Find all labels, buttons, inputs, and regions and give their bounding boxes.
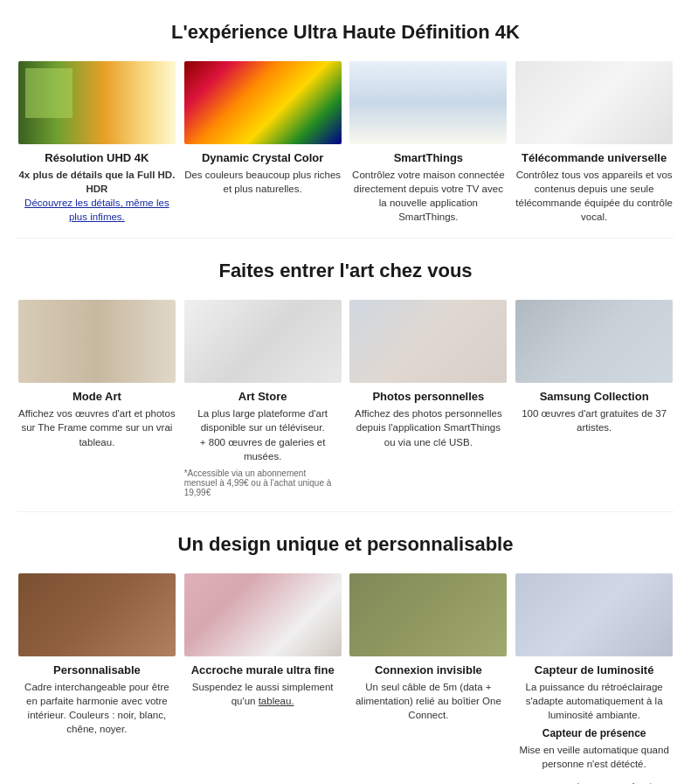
section1-features-grid: Résolution UHD 4K 4x plus de détails que… [17,61,674,224]
section-uhd: L'expérience Ultra Haute Définition 4K R… [0,0,691,238]
feature-uhd-desc-bold: 4x plus de détails que la Full HD. HDR [18,170,175,194]
feature-samsung-collection-title: Samsung Collection [515,390,673,403]
feature-smartthings-title: SmartThings [349,151,507,164]
feature-artstore: Art Store La plus large plateforme d'art… [184,300,342,496]
feature-personnalisable-desc: Cadre interchangeable pour être en parfa… [18,680,176,736]
feature-capteur-subtitle: Capteur de présence [515,727,673,739]
feature-modeart: Mode Art Affichez vos œuvres d'art et ph… [18,300,176,496]
feature-artstore-image [184,300,342,383]
section-design: Un design unique et personnalisable Pers… [0,512,691,784]
feature-capteur-title: Capteur de luminosité [515,663,673,676]
feature-modeart-desc: Affichez vos œuvres d'art et photos sur … [18,406,176,448]
feature-smartthings-image [349,61,507,144]
feature-connexion-image [349,573,507,656]
feature-accroche-desc: Suspendez le aussi simplement qu'un tabl… [184,680,342,708]
feature-accroche: Accroche murale ultra fine Suspendez le … [184,573,342,771]
feature-photos-desc: Affichez des photos personnelles depuis … [349,406,507,448]
section2-features-grid: Mode Art Affichez vos œuvres d'art et ph… [17,300,674,496]
feature-uhd-desc: 4x plus de détails que la Full HD. HDR D… [18,168,176,224]
feature-photos-title: Photos personnelles [349,390,507,403]
feature-capteur-image [515,573,673,656]
feature-personnalisable-image [18,573,176,656]
feature-accroche-image [184,573,342,656]
feature-remote-title: Télécommande universelle [515,151,673,164]
feature-smartthings: SmartThings Contrôlez votre maison conne… [349,61,507,224]
feature-crystal-title: Dynamic Crystal Color [184,151,342,164]
feature-samsung-collection-image [515,300,673,383]
feature-artstore-desc2: + 800 œuvres de galeries et musées. [200,437,326,461]
feature-personnalisable: Personnalisable Cadre interchangeable po… [18,573,176,771]
feature-remote-desc: Contrôlez tous vos appareils et vos cont… [515,168,673,224]
feature-photos: Photos personnelles Affichez des photos … [349,300,507,496]
feature-crystal-desc: Des couleurs beaucoup plus riches et plu… [184,168,342,196]
section3-footnotes: *Cadres vendus séparément *Le capteur de… [17,778,674,784]
feature-uhd-image [18,61,176,144]
feature-artstore-footnote: *Accessible via un abonnement mensuel à … [184,468,342,497]
section3-title: Un design unique et personnalisable [17,533,674,556]
feature-crystal: Dynamic Crystal Color Des couleurs beauc… [184,61,342,224]
section1-title: L'expérience Ultra Haute Définition 4K [17,21,674,44]
feature-accroche-title: Accroche murale ultra fine [184,663,342,676]
feature-artstore-title: Art Store [184,390,342,403]
feature-remote: Télécommande universelle Contrôlez tous … [515,61,673,224]
feature-accroche-desc-underline: tableau. [259,696,294,706]
feature-samsung-collection: Samsung Collection 100 œuvres d'art grat… [515,300,673,496]
feature-remote-image [515,61,673,144]
feature-connexion-desc: Un seul câble de 5m (data + alimentation… [349,680,507,722]
feature-artstore-desc: La plus large plateforme d'art disponibl… [184,406,342,462]
feature-modeart-image [18,300,176,383]
feature-uhd: Résolution UHD 4K 4x plus de détails que… [18,61,176,224]
feature-crystal-image [184,61,342,144]
feature-personnalisable-title: Personnalisable [18,663,176,676]
section2-title: Faites entrer l'art chez vous [17,260,674,282]
feature-artstore-desc-main: La plus large plateforme d'art disponibl… [197,408,328,433]
feature-photos-image [349,300,507,383]
feature-samsung-collection-desc: 100 œuvres d'art gratuites de 37 artiste… [515,406,673,434]
feature-uhd-desc-text: Découvrez les détails, même les plus inf… [24,198,169,222]
feature-smartthings-desc: Contrôlez votre maison connectée directe… [349,168,507,224]
section3-features-grid: Personnalisable Cadre interchangeable po… [17,573,674,771]
feature-capteur-desc: La puissance du rétroéclairage s'adapte … [515,680,673,722]
feature-capteur: Capteur de luminosité La puissance du ré… [515,573,673,771]
feature-uhd-title: Résolution UHD 4K [18,151,176,164]
section-art: Faites entrer l'art chez vous Mode Art A… [0,239,691,510]
feature-modeart-title: Mode Art [18,390,176,403]
feature-capteur-subdesc: Mise en veille automatique quand personn… [515,743,673,771]
feature-connexion: Connexion invisible Un seul câble de 5m … [349,573,507,771]
feature-connexion-title: Connexion invisible [349,663,507,676]
